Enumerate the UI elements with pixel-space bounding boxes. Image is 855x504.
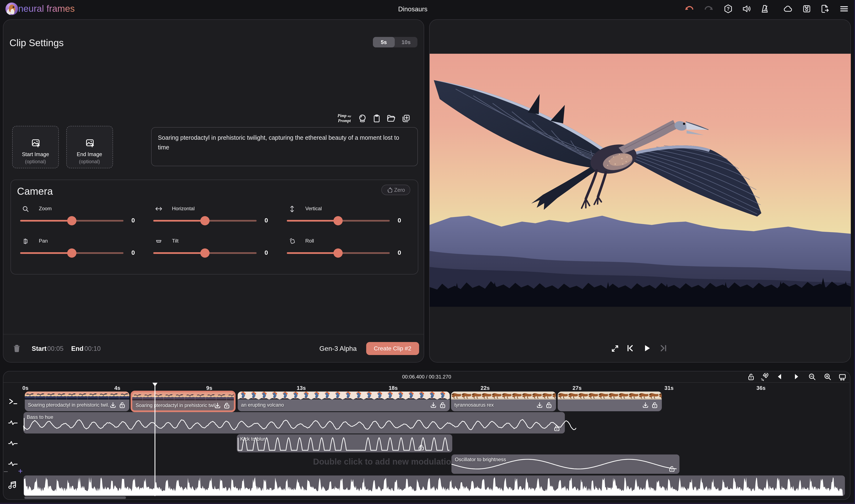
svg-text:?: ? bbox=[727, 6, 730, 12]
